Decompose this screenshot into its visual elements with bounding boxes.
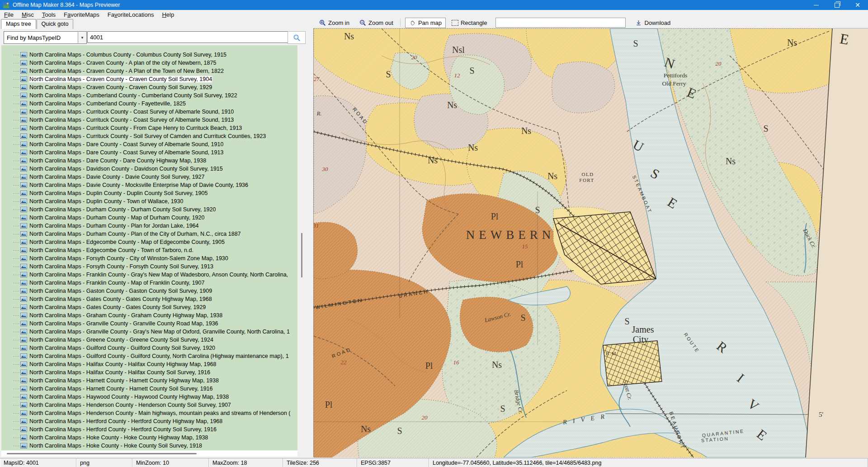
tree-row[interactable]: North Carolina Maps - Gaston County - Ga… [1, 287, 297, 295]
tree-row[interactable]: North Carolina Maps - Hoke County - Hoke… [1, 434, 297, 442]
tree-connector [13, 71, 19, 71]
tree-row[interactable]: North Carolina Maps - Henderson County -… [1, 401, 297, 409]
tree-row-label: North Carolina Maps - Henderson County -… [29, 402, 231, 408]
tree-vertical-scrollbar-thumb[interactable] [301, 233, 302, 277]
tree-row[interactable]: North Carolina Maps - Franklin County - … [1, 279, 297, 287]
menu-item-file[interactable]: File [0, 11, 18, 19]
tree-row[interactable]: North Carolina Maps - Hertford County - … [1, 425, 297, 434]
tree-row[interactable]: North Carolina Maps - Davidson County - … [1, 165, 297, 173]
tree-row[interactable]: North Carolina Maps - Craven County - A … [1, 59, 297, 67]
tree-horizontal-scrollbar-thumb[interactable] [7, 453, 197, 454]
map-label: OLD [581, 172, 594, 177]
tree-row[interactable]: North Carolina Maps - Granville County -… [1, 319, 297, 328]
tree-row[interactable]: North Carolina Maps - Forsyth County - C… [1, 254, 297, 262]
tree-row[interactable]: North Carolina Maps - Davie County - Moc… [1, 181, 297, 189]
tree-row-label: North Carolina Maps - Columbus County - … [29, 52, 226, 58]
tree-row[interactable]: North Carolina Maps - Columbus County - … [1, 51, 297, 59]
menu-item-favoritelocations[interactable]: FavoriteLocations [104, 11, 158, 19]
tree-row[interactable]: North Carolina Maps - Dare County - Coas… [1, 148, 297, 157]
tree-row[interactable]: North Carolina Maps - Currituck County -… [1, 108, 297, 116]
find-by-dropdown[interactable]: Find by MapsTypeID ▼ [4, 31, 87, 44]
tree-row[interactable]: North Carolina Maps - Craven County - Cr… [1, 75, 297, 83]
tree-connector [13, 128, 19, 129]
map-image-icon [20, 158, 27, 163]
tree-connector [13, 112, 19, 112]
tree-vertical-scrollbar[interactable] [297, 45, 307, 450]
tree-row[interactable]: North Carolina Maps - Gates County - Gat… [1, 303, 297, 311]
tree-row[interactable]: North Carolina Maps - Currituck County -… [1, 116, 297, 124]
menu-item-tools[interactable]: Tools [38, 11, 60, 19]
map-image-icon [20, 85, 27, 90]
tree-row-label: North Carolina Maps - Craven County - Cr… [29, 84, 212, 91]
map-image-icon [20, 76, 27, 82]
map-image-icon [20, 386, 27, 391]
tree-connector [13, 332, 19, 332]
tree-connector [13, 136, 19, 137]
close-button[interactable]: ✕ [847, 0, 868, 10]
tree-row[interactable]: North Carolina Maps - Franklin County - … [1, 271, 297, 279]
menu-item-help[interactable]: Help [158, 11, 178, 19]
tree-row[interactable]: North Carolina Maps - Currituck County -… [1, 132, 297, 140]
restore-button[interactable] [826, 0, 847, 10]
tree-row[interactable]: North Carolina Maps - Guilford County - … [1, 344, 297, 352]
map-label: S [386, 69, 391, 79]
tree-row[interactable]: North Carolina Maps - Duplin County - Du… [1, 189, 297, 197]
map-toolbar-input[interactable] [495, 18, 626, 28]
tree-row[interactable]: North Carolina Maps - Hoke County - Hoke… [1, 442, 297, 450]
tree-row[interactable]: North Carolina Maps - Davie County - Dav… [1, 173, 297, 181]
tab-quick-goto[interactable]: Quick goto [37, 19, 74, 29]
map-image-icon [20, 321, 27, 326]
tree-row[interactable]: North Carolina Maps - Edgecombe County -… [1, 246, 297, 254]
map-preview[interactable]: PettifordsOld FerryNEUSERIVESTEAMBOATROU… [313, 28, 868, 457]
map-image-icon [20, 353, 27, 359]
tree-row[interactable]: North Carolina Maps - Harnett County - H… [1, 385, 297, 393]
hand-icon [409, 19, 416, 26]
minimize-button[interactable] [806, 0, 826, 10]
tree-connector [13, 201, 19, 202]
tree-row[interactable]: North Carolina Maps - Halifax County - H… [1, 368, 297, 376]
tree-row[interactable]: North Carolina Maps - Halifax County - H… [1, 360, 297, 368]
zoom-in-button[interactable]: Zoom in [315, 18, 354, 28]
tree-row[interactable]: North Carolina Maps - Durham County - Du… [1, 205, 297, 214]
tree-horizontal-scrollbar[interactable] [1, 451, 297, 457]
tree-row[interactable]: North Carolina Maps - Durham County - Ma… [1, 214, 297, 222]
tree-row[interactable]: North Carolina Maps - Dare County - Coas… [1, 140, 297, 148]
tree-connector [13, 307, 19, 308]
search-input[interactable] [87, 31, 290, 43]
status-cell-3: MaxZoom: 18 [209, 458, 283, 467]
menu-item-misc[interactable]: Misc [18, 11, 38, 19]
tree-row[interactable]: North Carolina Maps - Graham County - Gr… [1, 311, 297, 319]
tree-row[interactable]: North Carolina Maps - Edgecombe County -… [1, 238, 297, 246]
map-image-icon [20, 313, 27, 318]
tree-row[interactable]: North Carolina Maps - Dare County - Dare… [1, 157, 297, 165]
tree-row[interactable]: North Carolina Maps - Harnett County - H… [1, 376, 297, 385]
tree-row[interactable]: North Carolina Maps - Currituck County -… [1, 124, 297, 132]
tree-row[interactable]: North Carolina Maps - Durham County - Pl… [1, 222, 297, 230]
search-row: Find by MapsTypeID ▼ [0, 30, 313, 44]
tree-row[interactable]: North Carolina Maps - Craven County - Cr… [1, 83, 297, 91]
tree-row[interactable]: North Carolina Maps - Cumberland County … [1, 100, 297, 108]
download-button[interactable]: Download [631, 18, 675, 28]
zoom-out-button[interactable]: Zoom out [355, 18, 397, 28]
tree-row[interactable]: North Carolina Maps - Craven County - A … [1, 67, 297, 75]
menu-item-favoritemaps[interactable]: FavoriteMaps [60, 11, 104, 19]
tree-row[interactable]: North Carolina Maps - Hertford County - … [1, 417, 297, 425]
tree-row[interactable]: North Carolina Maps - Greene County - Gr… [1, 336, 297, 344]
search-button[interactable] [288, 31, 306, 44]
map-label: Ns [547, 171, 557, 181]
tree-row[interactable]: North Carolina Maps - Haywood County - H… [1, 393, 297, 401]
rectangle-button[interactable]: Rectangle [448, 18, 491, 28]
pan-map-button[interactable]: Pan map [405, 18, 446, 28]
tree-row[interactable]: North Carolina Maps - Granville County -… [1, 328, 297, 336]
tree-row[interactable]: North Carolina Maps - Gates County - Gat… [1, 295, 297, 303]
map-label: S [500, 404, 505, 414]
tree-row[interactable]: North Carolina Maps - Durham County - Pl… [1, 230, 297, 238]
tab-maps-tree[interactable]: Maps tree [1, 19, 36, 29]
tree-connector [13, 63, 19, 63]
tree-row[interactable]: North Carolina Maps - Cumberland County … [1, 91, 297, 100]
tree-row[interactable]: North Carolina Maps - Henderson County -… [1, 409, 297, 417]
tree-row[interactable]: North Carolina Maps - Forsyth County - F… [1, 262, 297, 271]
tree-row[interactable]: North Carolina Maps - Duplin County - To… [1, 197, 297, 205]
tree-row[interactable]: North Carolina Maps - Guilford County - … [1, 352, 297, 360]
tree-row-label: North Carolina Maps - Edgecombe County -… [29, 239, 225, 245]
